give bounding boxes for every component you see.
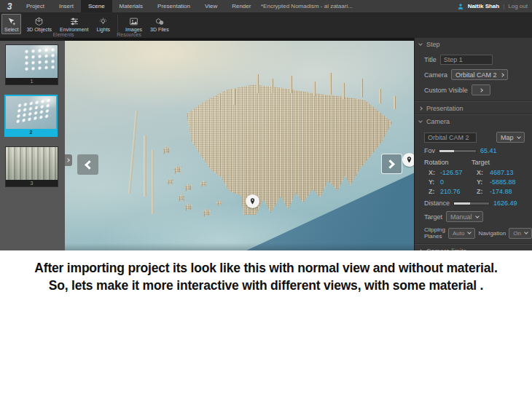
slide-strip: 1 2 3	[0, 38, 65, 250]
menu-insert[interactable]: Insert	[52, 0, 81, 12]
screenshot-root: 3 Project Insert Scene Materials Present…	[0, 0, 532, 399]
custom-visible-button[interactable]	[472, 84, 490, 95]
voxel-cluster	[177, 194, 185, 202]
title-label: Title	[424, 56, 437, 63]
navigation-label: Navigation	[478, 230, 506, 237]
chevron-down-icon	[524, 230, 528, 234]
fov-value[interactable]: 65.41	[480, 147, 497, 154]
chevron-down-icon	[517, 135, 521, 139]
image-icon	[129, 17, 138, 26]
distance-value[interactable]: 1626.49	[493, 200, 517, 207]
slide-number: 3	[6, 180, 58, 186]
group-label-resources: Resources	[106, 32, 152, 37]
voxel-cluster	[200, 180, 207, 187]
scene-pillar	[329, 73, 332, 95]
map-dropdown[interactable]: Map	[496, 132, 525, 143]
scene-pillar	[343, 83, 345, 99]
voxel-cluster	[202, 208, 211, 217]
menu-project[interactable]: Project	[19, 0, 52, 12]
chevron-right-icon	[418, 106, 423, 111]
distance-slider[interactable]	[453, 202, 490, 205]
light-bulb-icon	[98, 17, 108, 26]
fov-slider[interactable]	[439, 149, 477, 153]
voxel-cluster	[216, 200, 222, 206]
scene-pillar	[361, 79, 363, 98]
chevron-right-icon	[66, 158, 70, 162]
voxel-cluster	[173, 165, 182, 174]
scene-pillar	[313, 82, 316, 96]
logout-link[interactable]: Log out	[508, 3, 528, 9]
section-header-presentation[interactable]: Presentation	[415, 101, 532, 114]
tool-select-button[interactable]: Select	[1, 14, 21, 34]
cube-icon	[34, 17, 44, 26]
scene-pillar	[271, 79, 273, 93]
tool-lights-button[interactable]: Lights	[93, 14, 113, 34]
target-x-value[interactable]: 4687.13	[490, 169, 531, 176]
sliders-icon	[69, 17, 79, 26]
clipping-planes-dropdown[interactable]: Auto	[448, 228, 475, 239]
slide-thumbnail-2-selected[interactable]: 2	[4, 95, 58, 137]
target-column-label: Target	[472, 159, 490, 166]
menu-presentation[interactable]: Presentation	[150, 0, 197, 12]
rotation-target-grid: X: -126.57 X: 4687.13 Y: 0 Y: -5885.88 Z…	[415, 169, 532, 195]
shapes-icon	[154, 17, 165, 26]
camera-step-marker[interactable]	[246, 194, 259, 208]
step-camera-select-button[interactable]: Orbital CAM 2	[451, 69, 508, 80]
slide-preview	[6, 147, 58, 180]
custom-visible-label: Custom Visible	[424, 87, 468, 94]
slide-thumbnail-1[interactable]: 1	[5, 44, 58, 85]
voxel-cluster	[184, 202, 192, 211]
chevron-down-icon	[418, 42, 423, 46]
target-z-value[interactable]: -174.88	[490, 188, 531, 195]
scene-pillar	[219, 96, 221, 109]
document-title: *Encrypted Nomadism - al zataari...	[261, 0, 353, 12]
rotation-y-value[interactable]: 0	[440, 178, 477, 186]
section-header-step[interactable]: Step	[415, 38, 532, 50]
navigation-dropdown[interactable]: On	[509, 228, 532, 239]
viewport-3d-canvas[interactable]	[65, 38, 414, 250]
camera-label: Camera	[424, 71, 447, 79]
scene-pillar	[152, 150, 154, 214]
sidebar-collapse-handle[interactable]	[65, 154, 72, 166]
map-pin-icon	[405, 156, 413, 164]
tool-images-button[interactable]: Images	[122, 14, 145, 34]
next-step-button[interactable]	[381, 154, 402, 174]
voxel-cluster	[166, 178, 173, 185]
menu-render[interactable]: Render	[224, 0, 258, 12]
toolbar: Select 3D Objects Environment Lights	[0, 12, 532, 38]
user-name: Naitik Shah	[468, 3, 500, 9]
voxel-cluster	[184, 183, 192, 191]
menu-materials[interactable]: Materials	[112, 0, 150, 12]
toolbar-separator	[117, 15, 118, 33]
camera-name-input[interactable]: Orbital CAM 2	[424, 133, 477, 143]
step-title-input[interactable]: Step 1	[440, 55, 493, 65]
rotation-z-value[interactable]: 210.76	[440, 188, 477, 195]
chevron-right-icon	[500, 73, 504, 77]
chevron-right-icon	[386, 159, 395, 169]
tool-environment-button[interactable]: Environment	[57, 14, 91, 34]
target-mode-dropdown[interactable]: Manual	[446, 211, 483, 222]
properties-panel: Step Title Step 1 Camera Orbital CAM 2 C…	[414, 38, 532, 250]
previous-step-button[interactable]	[77, 154, 98, 175]
viewport-bottom-shade	[65, 243, 414, 250]
rotation-x-value[interactable]: -126.57	[440, 169, 477, 176]
scene-pillar	[394, 96, 396, 109]
chevron-down-icon	[475, 214, 480, 218]
camera-step-marker-edge[interactable]	[402, 153, 414, 167]
chevron-down-icon	[468, 230, 472, 234]
app-window: 3 Project Insert Scene Materials Present…	[0, 0, 532, 250]
menu-bar: 3 Project Insert Scene Materials Present…	[0, 0, 532, 12]
menu-view[interactable]: View	[197, 0, 224, 12]
target-y-value[interactable]: -5885.88	[490, 178, 531, 186]
tool-3d-files-button[interactable]: 3D Files	[147, 14, 172, 34]
slide-thumbnail-3[interactable]: 3	[5, 146, 58, 187]
divider: |	[503, 3, 504, 9]
tool-3d-objects-button[interactable]: 3D Objects	[23, 14, 55, 34]
caption-line-1: After importing project its look like th…	[0, 259, 532, 277]
chevron-right-icon	[479, 88, 483, 92]
section-header-camera[interactable]: Camera	[415, 114, 532, 127]
rotation-column-label: Rotation	[424, 159, 468, 166]
map-pin-icon	[249, 197, 257, 205]
distance-label: Distance	[424, 200, 450, 207]
menu-scene[interactable]: Scene	[81, 0, 112, 12]
